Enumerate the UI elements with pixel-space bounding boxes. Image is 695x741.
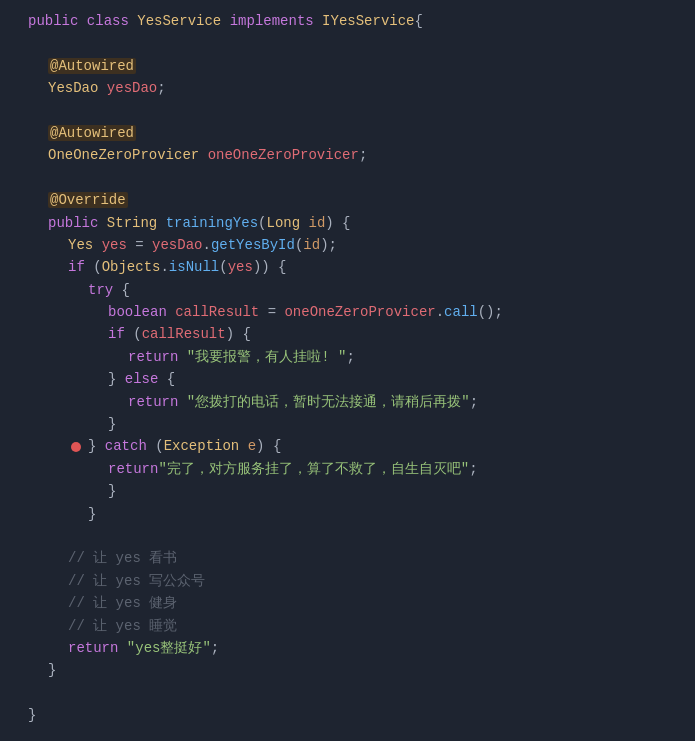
code-line: try { (0, 279, 695, 301)
code-line: if (Objects.isNull(yes)) { (0, 256, 695, 278)
line-content (28, 167, 36, 189)
line-content: } (108, 480, 116, 502)
token-plain (98, 80, 106, 96)
token-plain: ; (470, 394, 478, 410)
token-string: "完了，对方服务挂了，算了不救了，自生自灭吧" (158, 461, 469, 477)
token-plain: } (88, 438, 105, 454)
line-content (28, 525, 36, 547)
token-plain: = (259, 304, 284, 320)
token-string: "yes整挺好" (127, 640, 211, 656)
token-annotation: @Autowired (48, 58, 136, 74)
line-content (28, 32, 36, 54)
line-content: public class YesService implements IYesS… (28, 10, 423, 32)
token-var: yes (228, 259, 253, 275)
line-content: } (28, 704, 36, 726)
token-plain: } (48, 662, 56, 678)
token-type: Exception (164, 438, 240, 454)
token-plain: ) { (226, 326, 251, 342)
token-var: callResult (142, 326, 226, 342)
token-plain: ; (469, 461, 477, 477)
token-plain: = (127, 237, 152, 253)
line-content: // 让 yes 写公众号 (68, 570, 205, 592)
line-content: return "我要报警，有人挂啦! "; (128, 346, 355, 368)
token-interface: IYesService (322, 13, 414, 29)
line-content: boolean callResult = oneOneZeroProvicer.… (108, 301, 503, 323)
code-line (0, 167, 695, 189)
token-plain: ( (147, 438, 164, 454)
code-line: } (0, 413, 695, 435)
code-line: public class YesService implements IYesS… (0, 10, 695, 32)
token-comment: // 让 yes 看书 (68, 550, 177, 566)
code-line: } catch (Exception e) { (0, 435, 695, 457)
token-param: id (303, 237, 320, 253)
token-var: oneOneZeroProvicer (284, 304, 435, 320)
token-plain: } (88, 506, 96, 522)
token-plain (239, 438, 247, 454)
code-line: // 让 yes 写公众号 (0, 570, 695, 592)
token-plain: } (108, 483, 116, 499)
token-type: Long (266, 215, 300, 231)
code-line: YesDao yesDao; (0, 77, 695, 99)
code-line: // 让 yes 健身 (0, 592, 695, 614)
line-content: @Override (48, 189, 128, 211)
token-comment: // 让 yes 写公众号 (68, 573, 205, 589)
token-var: oneOneZeroProvicer (208, 147, 359, 163)
token-plain (129, 13, 137, 29)
token-plain: ) { (325, 215, 350, 231)
token-param: e (248, 438, 256, 454)
token-method: call (444, 304, 478, 320)
token-plain: ( (85, 259, 102, 275)
token-comment: // 让 yes 健身 (68, 595, 177, 611)
token-kw: if (68, 259, 85, 275)
token-plain: . (436, 304, 444, 320)
token-kw: else (125, 371, 159, 387)
code-line: public String trainingYes(Long id) { (0, 212, 695, 234)
token-plain: . (160, 259, 168, 275)
code-line: } (0, 704, 695, 726)
code-line: return "我要报警，有人挂啦! "; (0, 346, 695, 368)
token-method: getYesById (211, 237, 295, 253)
token-kw: public (28, 13, 78, 29)
line-content: } catch (Exception e) { (88, 435, 281, 457)
token-plain: ); (320, 237, 337, 253)
token-plain (300, 215, 308, 231)
token-plain (118, 640, 126, 656)
code-line (0, 32, 695, 54)
code-line: @Override (0, 189, 695, 211)
token-param: id (309, 215, 326, 231)
token-kw: boolean (108, 304, 167, 320)
token-plain: { (415, 13, 423, 29)
token-kw: catch (105, 438, 147, 454)
code-line (0, 525, 695, 547)
token-kw: if (108, 326, 125, 342)
token-type: Objects (102, 259, 161, 275)
code-editor: public class YesService implements IYesS… (0, 0, 695, 741)
line-content: return "yes整挺好"; (68, 637, 219, 659)
token-var: yesDao (152, 237, 202, 253)
code-line: if (callResult) { (0, 323, 695, 345)
line-content: // 让 yes 看书 (68, 547, 177, 569)
line-content: @Autowired (48, 55, 136, 77)
token-plain (199, 147, 207, 163)
token-plain: } (28, 707, 36, 723)
code-line (0, 682, 695, 704)
token-kw: public (48, 215, 98, 231)
code-line: } (0, 503, 695, 525)
token-plain (157, 215, 165, 231)
token-annotation: @Autowired (48, 125, 136, 141)
line-content: Yes yes = yesDao.getYesById(id); (68, 234, 337, 256)
token-plain: ; (157, 80, 165, 96)
token-annotation: @Override (48, 192, 128, 208)
token-plain (78, 13, 86, 29)
token-plain: (); (478, 304, 503, 320)
line-content: } (88, 503, 96, 525)
code-line: @Autowired (0, 55, 695, 77)
code-line: // 让 yes 看书 (0, 547, 695, 569)
token-plain (98, 215, 106, 231)
line-content: } (48, 659, 56, 681)
token-plain: { (113, 282, 130, 298)
token-type: YesDao (48, 80, 98, 96)
token-plain: ( (125, 326, 142, 342)
token-plain (167, 304, 175, 320)
line-content: if (callResult) { (108, 323, 251, 345)
